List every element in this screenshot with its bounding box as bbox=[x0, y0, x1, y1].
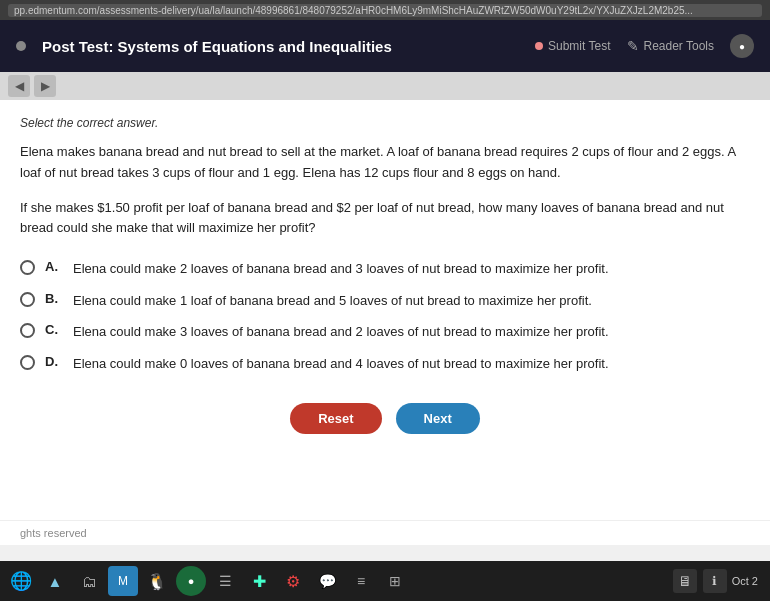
app6-icon[interactable]: ⚙ bbox=[278, 566, 308, 596]
url-bar[interactable]: pp.edmentum.com/assessments-delivery/ua/… bbox=[8, 4, 762, 17]
app3-icon[interactable]: ● bbox=[176, 566, 206, 596]
option-d-text: Elena could make 0 loaves of banana brea… bbox=[73, 354, 609, 374]
radio-d[interactable] bbox=[20, 355, 35, 370]
radio-b[interactable] bbox=[20, 292, 35, 307]
option-b-letter: B. bbox=[45, 291, 63, 306]
option-b: B. Elena could make 1 loaf of banana bre… bbox=[20, 291, 750, 311]
radio-c[interactable] bbox=[20, 323, 35, 338]
taskbar: 🌐 ▲ 🗂 M 🐧 ● ☰ ✚ ⚙ 💬 ≡ ⊞ 🖥 ℹ Oct 2 bbox=[0, 561, 770, 601]
chrome-icon[interactable]: 🌐 bbox=[6, 566, 36, 596]
radio-a[interactable] bbox=[20, 260, 35, 275]
footer: ghts reserved bbox=[0, 520, 770, 545]
pencil-icon: ✎ bbox=[627, 38, 639, 54]
submit-dot-icon bbox=[535, 42, 543, 50]
app8-icon[interactable]: ≡ bbox=[346, 566, 376, 596]
status-dot bbox=[16, 41, 26, 51]
folder-icon[interactable]: 🗂 bbox=[74, 566, 104, 596]
app9-icon[interactable]: ⊞ bbox=[380, 566, 410, 596]
next-button[interactable]: Next bbox=[396, 403, 480, 434]
app7-icon[interactable]: 💬 bbox=[312, 566, 342, 596]
browser-bar: pp.edmentum.com/assessments-delivery/ua/… bbox=[0, 0, 770, 20]
option-a-text: Elena could make 2 loaves of banana brea… bbox=[73, 259, 609, 279]
submit-test-label: Submit Test bbox=[548, 39, 610, 53]
app2-icon[interactable]: 🐧 bbox=[142, 566, 172, 596]
monitor-icon[interactable]: 🖥 bbox=[673, 569, 697, 593]
option-a: A. Elena could make 2 loaves of banana b… bbox=[20, 259, 750, 279]
files-icon[interactable]: ▲ bbox=[40, 566, 70, 596]
main-content: Select the correct answer. Elena makes b… bbox=[0, 100, 770, 520]
nav-strip: ◀ ▶ bbox=[0, 72, 770, 100]
submit-test-button[interactable]: Submit Test bbox=[535, 39, 610, 53]
question-paragraph-2: If she makes $1.50 profit per loaf of ba… bbox=[20, 198, 750, 240]
reader-tools-label: Reader Tools bbox=[644, 39, 715, 53]
nav-back-button[interactable]: ◀ bbox=[8, 75, 30, 97]
nav-forward-button[interactable]: ▶ bbox=[34, 75, 56, 97]
option-a-letter: A. bbox=[45, 259, 63, 274]
option-d: D. Elena could make 0 loaves of banana b… bbox=[20, 354, 750, 374]
avatar-icon: ● bbox=[739, 41, 745, 52]
taskbar-time: Oct 2 bbox=[732, 575, 758, 587]
option-b-text: Elena could make 1 loaf of banana bread … bbox=[73, 291, 592, 311]
reader-tools-button[interactable]: ✎ Reader Tools bbox=[627, 38, 715, 54]
question-paragraph-1: Elena makes banana bread and nut bread t… bbox=[20, 142, 750, 184]
action-buttons: Reset Next bbox=[20, 403, 750, 434]
user-avatar[interactable]: ● bbox=[730, 34, 754, 58]
app4-icon[interactable]: ☰ bbox=[210, 566, 240, 596]
app5-icon[interactable]: ✚ bbox=[244, 566, 274, 596]
page-title: Post Test: Systems of Equations and Ineq… bbox=[42, 38, 523, 55]
option-c-text: Elena could make 3 loaves of banana brea… bbox=[73, 322, 609, 342]
option-c-letter: C. bbox=[45, 322, 63, 337]
option-d-letter: D. bbox=[45, 354, 63, 369]
option-c: C. Elena could make 3 loaves of banana b… bbox=[20, 322, 750, 342]
reset-button[interactable]: Reset bbox=[290, 403, 381, 434]
app-header: Post Test: Systems of Equations and Ineq… bbox=[0, 20, 770, 72]
answer-options: A. Elena could make 2 loaves of banana b… bbox=[20, 259, 750, 373]
header-actions: Submit Test ✎ Reader Tools ● bbox=[535, 34, 754, 58]
select-correct-label: Select the correct answer. bbox=[20, 116, 750, 130]
footer-text: ghts reserved bbox=[20, 527, 87, 539]
app1-icon[interactable]: M bbox=[108, 566, 138, 596]
info-icon[interactable]: ℹ bbox=[703, 569, 727, 593]
